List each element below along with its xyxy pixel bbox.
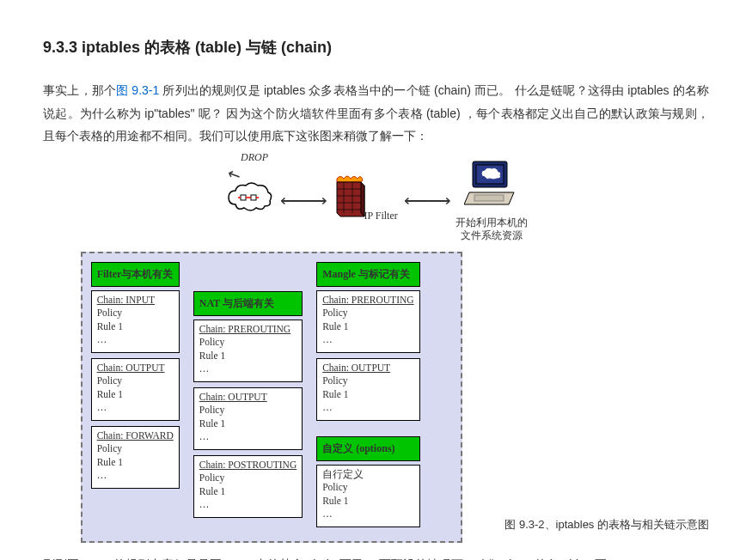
- chain-prerouting-mangle: Chain: PREROUTING Policy Rule 1 …: [316, 290, 419, 353]
- chain-forward: Chain: FORWARD Policy Rule 1 …: [91, 426, 180, 489]
- svg-rect-13: [474, 195, 504, 201]
- arrow-icon: ⟵⟶: [280, 184, 325, 216]
- nat-title: NAT 与后端有关: [193, 291, 303, 316]
- chain-input: Chain: INPUT Policy Rule 1 …: [91, 290, 180, 353]
- figure-caption: 图 9.3-2、iptables 的表格与相关链示意图: [504, 514, 709, 536]
- nat-table: NAT 与后端有关 Chain: PREROUTING Policy Rule …: [193, 291, 303, 520]
- section-heading: 9.3.3 iptables 的表格 (table) 与链 (chain): [43, 33, 709, 62]
- svg-rect-1: [251, 195, 256, 200]
- diagram: DROP ↖ ⟵⟶: [43, 158, 709, 543]
- mangle-custom-col: Mangle 与标记有关 Chain: PREROUTING Policy Ru…: [316, 262, 419, 529]
- arrow-icon: ⟵⟶: [404, 184, 449, 216]
- computer-icon: 开始利用本机的 文件系统资源: [455, 158, 528, 243]
- svg-rect-0: [241, 195, 246, 200]
- chain-prerouting: Chain: PREROUTING Policy Rule 1 …: [193, 320, 303, 382]
- custom-chain: 自行定义 Policy Rule 1 …: [316, 465, 419, 527]
- custom-title: 自定义 (options): [316, 436, 419, 461]
- chain-postrouting: Chain: POSTROUTING Policy Rule 1 …: [193, 455, 303, 518]
- closing-paragraph: 刚刚图 9.3-1 的规则内容仅只是图 9.3-2 内的某个 chain 而已！…: [43, 553, 709, 560]
- chain-output-nat: Chain: OUTPUT Policy Rule 1 …: [193, 387, 303, 450]
- intro-paragraph: 事实上，那个图 9.3-1 所列出的规则仅是 iptables 众多表格当中的一…: [43, 79, 709, 148]
- drop-label: DROP: [241, 148, 268, 167]
- mangle-title: Mangle 与标记有关: [316, 262, 419, 287]
- tables-container: Filter与本机有关 Chain: INPUT Policy Rule 1 ……: [81, 252, 462, 543]
- computer-caption: 开始利用本机的 文件系统资源: [455, 216, 528, 243]
- ipfilter-label: IP Filter: [364, 206, 398, 226]
- filter-title: Filter与本机有关: [91, 262, 180, 287]
- fig-9-3-1-link[interactable]: 图 9.3-1: [116, 83, 159, 97]
- network-row: DROP ↖ ⟵⟶: [43, 158, 709, 243]
- chain-output-mangle: Chain: OUTPUT Policy Rule 1 …: [316, 358, 419, 421]
- firewall-icon: IP Filter: [332, 175, 366, 227]
- chain-output: Chain: OUTPUT Policy Rule 1 …: [91, 358, 180, 421]
- filter-table: Filter与本机有关 Chain: INPUT Policy Rule 1 ……: [91, 262, 180, 490]
